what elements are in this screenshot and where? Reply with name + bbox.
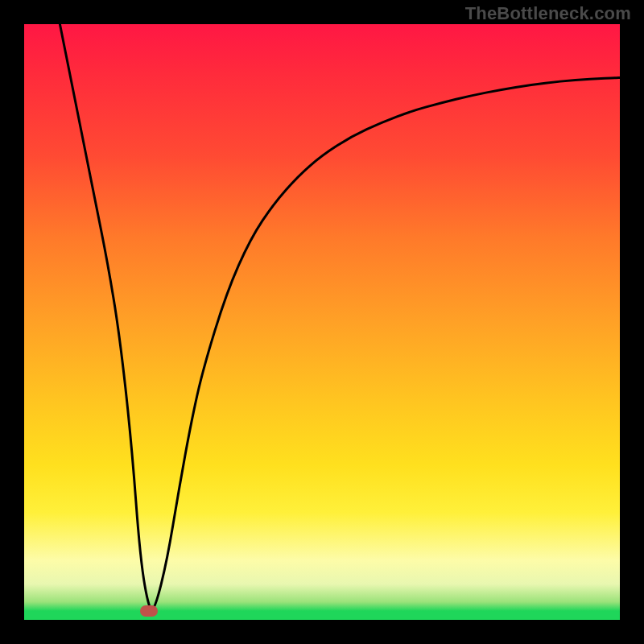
watermark-text: TheBottleneck.com: [465, 3, 631, 24]
chart-frame: TheBottleneck.com: [0, 0, 644, 644]
bottleneck-curve: [60, 24, 620, 609]
optimal-point-marker: [140, 605, 158, 617]
curve-svg: [24, 24, 620, 620]
